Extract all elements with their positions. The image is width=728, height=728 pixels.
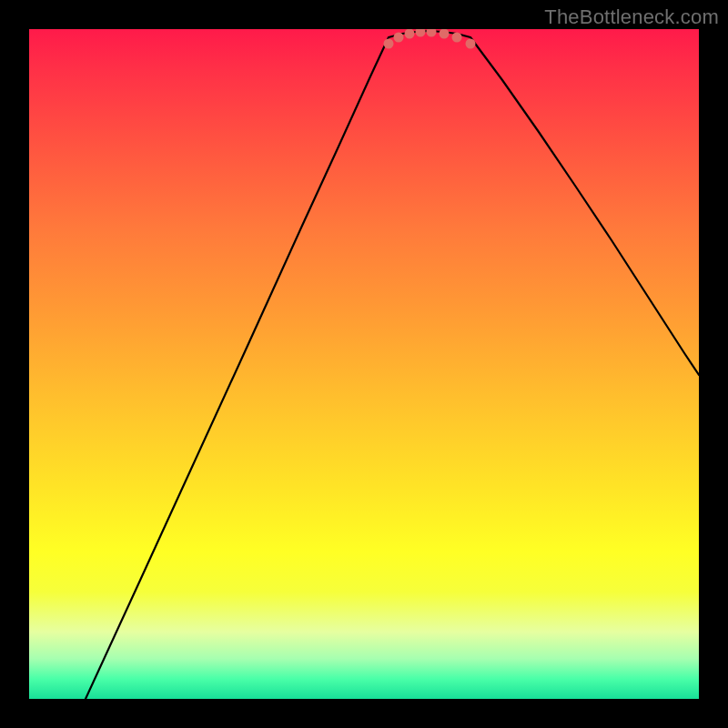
valley-dot [427, 29, 437, 37]
bottleneck-curve [29, 29, 699, 699]
curve-path [86, 31, 699, 699]
valley-dot [384, 39, 394, 49]
valley-dot [440, 29, 450, 39]
valley-dot [394, 33, 404, 43]
valley-dot [466, 39, 476, 49]
plot-area [29, 29, 699, 699]
valley-dot [416, 29, 426, 37]
watermark-text: TheBottleneck.com [544, 5, 719, 29]
valley-dot [452, 33, 462, 43]
valley-dot [405, 29, 415, 39]
chart-frame: TheBottleneck.com [0, 0, 728, 728]
valley-dots [384, 29, 476, 49]
